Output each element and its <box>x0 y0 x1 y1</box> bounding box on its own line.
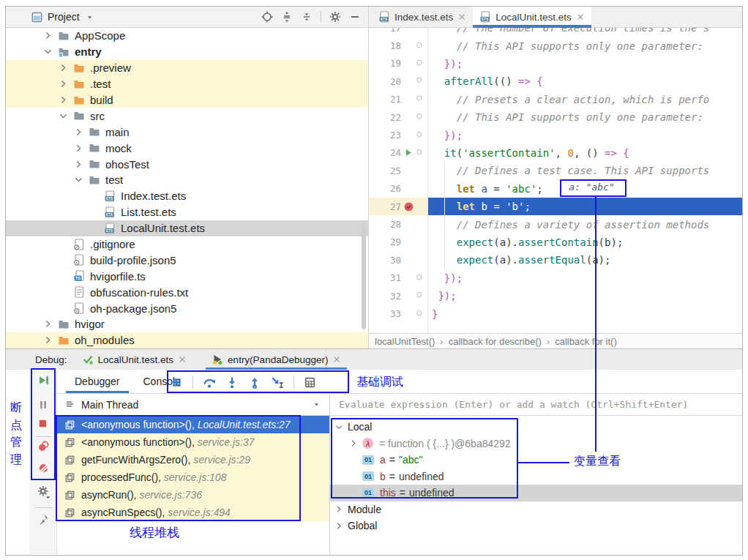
fold-c-icon[interactable] <box>416 59 425 68</box>
fold-slot[interactable] <box>415 291 426 300</box>
tab-debugger[interactable]: Debugger <box>63 370 132 393</box>
editor-tab-localunit-test-ets[interactable]: ETSLocalUnit.test.ets <box>473 7 591 27</box>
variable-row-fn[interactable]: λ= function ( {...} )@6ba84292 <box>330 436 742 452</box>
evaluate-expression-input[interactable] <box>337 398 729 411</box>
chevron-down-icon[interactable] <box>59 111 68 121</box>
project-panel-title[interactable]: Project <box>48 11 80 23</box>
fold-slot[interactable] <box>415 274 426 283</box>
stop-icon[interactable] <box>37 418 48 429</box>
tree-item-hvigorfile-ts[interactable]: TShvigorfile.ts <box>6 268 368 284</box>
fold-slot[interactable] <box>415 42 426 51</box>
breadcrumb-item[interactable]: localUnitTest() <box>375 336 435 347</box>
code-line-20[interactable]: 20afterAll(() => { <box>369 72 742 90</box>
chevron-down-icon[interactable] <box>86 13 94 21</box>
code-line-24[interactable]: 24it('assertContain', 0, () => { <box>369 144 742 162</box>
evaluate-expression-icon[interactable] <box>304 376 316 389</box>
debug-session-tab-localunit[interactable]: LocalUnit.test.ets <box>76 349 193 370</box>
close-icon[interactable] <box>457 12 466 21</box>
fold-c-icon[interactable] <box>416 113 425 122</box>
fold-c-icon[interactable] <box>416 291 425 300</box>
close-icon[interactable] <box>576 12 585 21</box>
fold-slot[interactable] <box>415 59 426 68</box>
mute-breakpoints-icon[interactable] <box>37 462 50 474</box>
code-line-33[interactable]: 33} <box>369 305 742 322</box>
code-line-18[interactable]: 18// This API supports only one paramete… <box>369 37 742 54</box>
stack-frame-row[interactable]: getFuncWithArgsZero(), service.js:29 <box>57 451 329 468</box>
step-into-icon[interactable] <box>225 376 239 389</box>
stack-frame-row[interactable]: <anonymous function>(), service.js:37 <box>57 433 329 451</box>
chevron-right-icon[interactable] <box>74 127 83 137</box>
code-line-27[interactable]: 27let b = 'b'; <box>369 198 742 215</box>
variable-row-local[interactable]: Local <box>330 419 742 436</box>
tree-item-main[interactable]: main <box>6 124 368 140</box>
chevron-right-icon[interactable] <box>43 319 53 329</box>
stack-frame-row[interactable]: asyncRun(), service.js:736 <box>57 486 329 504</box>
fold-c-icon[interactable] <box>416 42 425 51</box>
pin-icon[interactable] <box>37 513 49 525</box>
tree-item-oh-package-json5[interactable]: oh-package.json5 <box>6 300 368 316</box>
show-execution-point-icon[interactable] <box>171 376 183 389</box>
close-icon[interactable] <box>332 355 341 364</box>
breadcrumb-item[interactable]: callback for describe() <box>449 336 542 347</box>
step-over-icon[interactable] <box>203 376 216 389</box>
tree-item-obfuscation-rules-txt[interactable]: obfuscation-rules.txt <box>6 284 368 300</box>
fold-slot[interactable] <box>415 131 426 140</box>
project-tree-scrollbar[interactable] <box>362 223 366 329</box>
code-line-17[interactable]: 17// The number of execution times is th… <box>369 28 742 37</box>
fold-slot[interactable] <box>415 77 426 86</box>
variable-row-module[interactable]: Module <box>330 501 742 518</box>
collapse-all-icon[interactable] <box>301 11 313 23</box>
chevron-right-icon[interactable] <box>349 439 358 448</box>
stack-frame-row[interactable]: asyncRunSpecs(), service.js:494 <box>57 504 329 521</box>
hide-icon[interactable] <box>349 11 361 23</box>
tree-item-hvigor[interactable]: hvigor <box>6 316 368 332</box>
fold-slot[interactable] <box>415 310 426 318</box>
code-line-23[interactable]: 23}); <box>369 126 742 143</box>
debug-session-tab-entry[interactable]: entry(PandaDebugger) <box>206 349 347 370</box>
close-icon[interactable] <box>178 355 187 364</box>
locate-icon[interactable] <box>261 11 273 23</box>
gutter-slot[interactable] <box>403 201 415 212</box>
code-line-26[interactable]: 26let a = 'abc'; <box>369 180 742 198</box>
code-line-29[interactable]: 29expect(a).assertContain(b); <box>369 234 742 251</box>
tree-item--gitignore[interactable]: .gitignore <box>6 236 368 253</box>
variable-row-this[interactable]: 01this=undefined <box>330 485 742 501</box>
fold-slot[interactable] <box>415 149 426 157</box>
stack-frame-row[interactable]: processedFunc(), service.js:108 <box>57 468 329 486</box>
breakpoint-icon[interactable] <box>403 201 414 212</box>
breadcrumb-item[interactable]: callback for it() <box>555 336 617 347</box>
tree-item-build-profile-json5[interactable]: build-profile.json5 <box>6 252 368 268</box>
code-line-32[interactable]: 32}); <box>369 287 742 305</box>
fold-c-icon[interactable] <box>416 310 425 318</box>
run-marker-icon[interactable] <box>404 148 414 157</box>
thread-selector[interactable]: Main Thread <box>57 394 329 416</box>
expand-all-icon[interactable] <box>281 11 293 23</box>
settings-icon[interactable] <box>329 11 341 23</box>
tree-item-appscope[interactable]: AppScope <box>6 28 368 44</box>
variable-row-global[interactable]: Global <box>330 518 742 534</box>
chevron-right-icon[interactable] <box>59 79 68 89</box>
tree-item-entry[interactable]: entry <box>6 44 368 60</box>
code-line-28[interactable]: 28// Defines a variety of assertion meth… <box>369 215 742 233</box>
chevron-right-icon[interactable] <box>74 143 83 153</box>
fold-slot[interactable] <box>415 95 426 104</box>
chevron-right-icon[interactable] <box>59 95 68 105</box>
resume-icon[interactable] <box>37 374 50 387</box>
variable-row-a[interactable]: 01a="abc" <box>330 452 742 468</box>
fold-c-icon[interactable] <box>416 149 425 157</box>
tree-item-mock[interactable]: mock <box>6 140 368 156</box>
fold-c-icon[interactable] <box>416 131 425 140</box>
tree-item-list-test-ets[interactable]: ETSList.test.ets <box>6 204 368 220</box>
chevron-right-icon[interactable] <box>43 335 53 345</box>
view-breakpoints-icon[interactable] <box>37 440 50 452</box>
code-editor[interactable]: 17// The number of execution times is th… <box>369 28 742 333</box>
chevron-right-icon[interactable] <box>334 505 343 514</box>
tree-item-build[interactable]: build <box>6 92 368 108</box>
settings-icon[interactable] <box>37 485 51 499</box>
code-line-25[interactable]: 25// Defines a test case. This API suppo… <box>369 162 742 179</box>
stack-frame-row[interactable]: <anonymous function>(), LocalUnit.test.e… <box>57 416 329 433</box>
tree-item-src[interactable]: src <box>6 108 368 124</box>
tree-item-ohostest[interactable]: ohosTest <box>6 156 368 172</box>
chevron-down-icon[interactable] <box>43 47 53 56</box>
fold-o-icon[interactable] <box>416 95 425 104</box>
